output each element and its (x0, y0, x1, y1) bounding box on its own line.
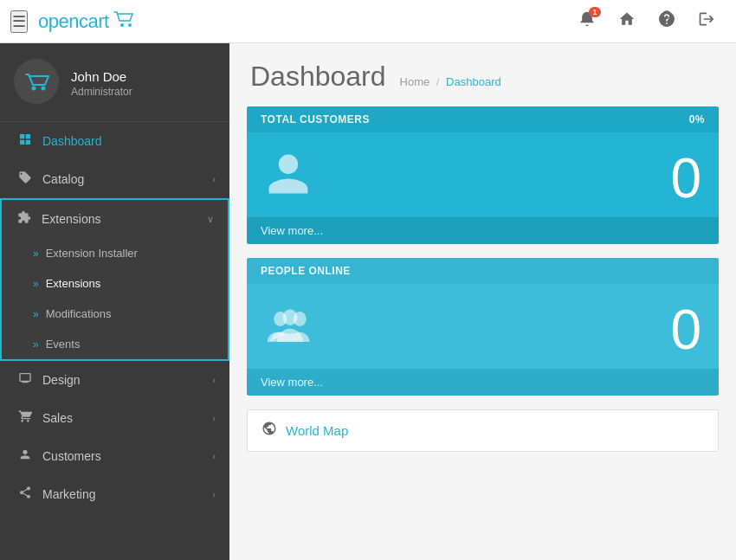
sidebar-item-extensions-sub[interactable]: » Extensions (2, 268, 228, 299)
topbar-right: 1 (568, 0, 726, 43)
svg-point-6 (42, 87, 46, 91)
content-area: Dashboard Home / Dashboard TOTAL CUSTOME… (229, 43, 736, 560)
sub-arrow-icon-3: » (33, 308, 39, 320)
sidebar-item-modifications[interactable]: » Modifications (2, 299, 228, 329)
monitor-icon (16, 371, 34, 389)
sidebar-extensions-section: Extensions ∨ » Extension Installer » Ext… (0, 198, 229, 361)
sidebar-item-modifications-label: Modifications (46, 307, 112, 320)
world-map-card: World Map (247, 409, 719, 452)
logo: opencart (38, 10, 137, 33)
sidebar-item-customers[interactable]: Customers › (0, 437, 229, 475)
help-button[interactable] (648, 0, 686, 43)
sidebar-item-design-label: Design (42, 373, 203, 387)
sidebar-item-design[interactable]: Design › (0, 361, 229, 399)
sidebar-item-extensions-sub-label: Extensions (46, 277, 101, 290)
sidebar-item-events-label: Events (46, 338, 81, 351)
sub-arrow-icon-2: » (33, 278, 39, 290)
sidebar-profile: John Doe Administrator (0, 43, 229, 122)
svg-point-1 (128, 23, 132, 27)
sidebar-item-dashboard[interactable]: Dashboard (0, 122, 229, 160)
catalog-arrow-icon: › (212, 174, 216, 184)
svg-point-4 (14, 59, 59, 104)
total-customers-footer[interactable]: View more... (247, 217, 719, 244)
people-online-label: PEOPLE ONLINE (261, 265, 351, 277)
sidebar-item-catalog[interactable]: Catalog › (0, 160, 229, 198)
cards-container: TOTAL CUSTOMERS 0% 0 View more... PEOPLE (229, 106, 736, 396)
page-header: Dashboard Home / Dashboard (229, 43, 736, 106)
home-button[interactable] (608, 0, 646, 43)
sidebar-item-extensions-label: Extensions (42, 212, 198, 226)
sidebar-item-catalog-label: Catalog (42, 172, 203, 186)
svg-point-5 (32, 87, 36, 91)
breadcrumb: Home / Dashboard (400, 75, 501, 88)
logout-icon (698, 10, 715, 32)
total-customers-card: TOTAL CUSTOMERS 0% 0 View more... (247, 106, 719, 244)
sub-arrow-icon-4: » (33, 338, 39, 351)
people-online-footer[interactable]: View more... (247, 369, 719, 396)
person-icon (16, 447, 34, 465)
breadcrumb-current[interactable]: Dashboard (446, 75, 501, 88)
logo-cart-icon (113, 10, 137, 32)
svg-point-9 (283, 309, 298, 325)
people-online-card: PEOPLE ONLINE 0 V (247, 258, 719, 396)
logo-text: opencart (38, 10, 109, 33)
breadcrumb-home: Home (400, 75, 430, 88)
sub-arrow-icon: » (33, 248, 39, 260)
extensions-chevron-icon: ∨ (207, 214, 214, 225)
page-title: Dashboard (250, 61, 386, 93)
sidebar-item-extension-installer-label: Extension Installer (46, 247, 138, 260)
total-customers-value: 0 (670, 146, 701, 210)
home-icon (618, 10, 636, 32)
total-customers-label: TOTAL CUSTOMERS (261, 113, 370, 126)
world-map-icon (261, 421, 277, 441)
sales-arrow-icon: › (212, 413, 216, 423)
sidebar-item-marketing-label: Marketing (42, 487, 203, 501)
profile-role: Administrator (71, 86, 216, 98)
dashboard-icon (16, 132, 34, 150)
sidebar-item-dashboard-label: Dashboard (42, 134, 216, 148)
marketing-arrow-icon: › (212, 489, 216, 499)
help-icon (658, 10, 675, 32)
sidebar-item-events[interactable]: » Events (2, 329, 228, 359)
puzzle-icon (16, 210, 33, 228)
topbar-left: ☰ opencart (10, 10, 240, 33)
sidebar-item-customers-label: Customers (42, 449, 203, 463)
sidebar-item-sales[interactable]: Sales › (0, 399, 229, 437)
notification-button[interactable]: 1 (568, 0, 606, 43)
world-map-title: World Map (286, 423, 348, 438)
total-customers-header: TOTAL CUSTOMERS 0% (247, 106, 719, 132)
notification-badge: 1 (589, 7, 601, 17)
avatar (14, 59, 59, 107)
breadcrumb-separator: / (436, 75, 440, 88)
share-icon (16, 486, 34, 503)
sidebar-item-extensions[interactable]: Extensions ∨ (2, 200, 228, 238)
sidebar-item-marketing[interactable]: Marketing › (0, 475, 229, 513)
sidebar: John Doe Administrator Dashboard Catalog… (0, 43, 229, 560)
sidebar-item-sales-label: Sales (42, 411, 203, 425)
customers-stat-icon (264, 150, 333, 208)
people-stat-icon (264, 299, 333, 361)
profile-name: John Doe (71, 69, 216, 84)
topbar: ☰ opencart 1 (0, 0, 736, 43)
design-arrow-icon: › (212, 375, 216, 385)
hamburger-button[interactable]: ☰ (10, 10, 28, 33)
people-online-header: PEOPLE ONLINE (247, 258, 719, 284)
cart-icon (16, 409, 34, 427)
profile-info: John Doe Administrator (71, 69, 216, 98)
tag-icon (16, 171, 34, 188)
logout-button[interactable] (688, 0, 726, 43)
main-layout: John Doe Administrator Dashboard Catalog… (0, 43, 736, 560)
sidebar-item-extension-installer[interactable]: » Extension Installer (2, 238, 228, 268)
customers-arrow-icon: › (212, 451, 216, 461)
total-customers-percentage: 0% (689, 113, 705, 126)
people-online-body: 0 (247, 284, 719, 369)
svg-point-0 (120, 23, 124, 27)
people-online-value: 0 (670, 298, 701, 362)
total-customers-body: 0 (247, 132, 719, 217)
